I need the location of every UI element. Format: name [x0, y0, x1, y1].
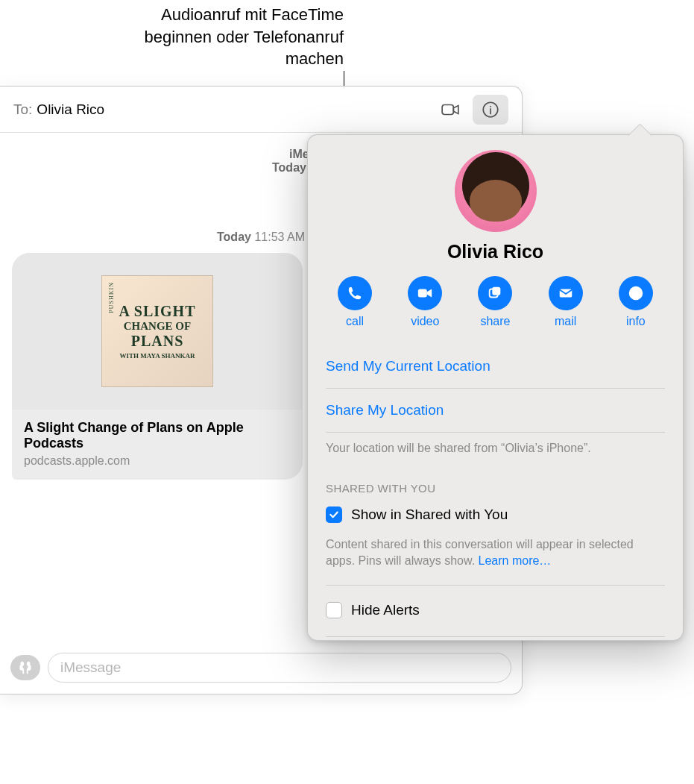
- shared-with-you-header: SHARED WITH YOU: [308, 471, 683, 501]
- podcast-domain: podcasts.apple.com: [24, 454, 291, 468]
- svg-rect-3: [418, 289, 427, 298]
- mail-button[interactable]: mail: [540, 276, 592, 328]
- podcast-cover-publisher: PUSHKIN: [108, 282, 115, 313]
- contact-actions: call video share mail info: [308, 276, 683, 345]
- stamp2-time: 11:53 AM: [254, 231, 305, 243]
- podcast-artwork: PUSHKIN A SLIGHT CHANGE OF PLANS WITH MA…: [12, 253, 303, 410]
- podcast-link-card[interactable]: PUSHKIN A SLIGHT CHANGE OF PLANS WITH MA…: [12, 253, 303, 480]
- location-hint: Your location will be shared from “Olivi…: [326, 433, 665, 471]
- mail-icon: [549, 276, 583, 310]
- facetime-video-button[interactable]: [432, 95, 468, 125]
- checkbox-checked-icon: [326, 507, 342, 523]
- checkbox-empty-icon: [326, 602, 342, 618]
- contact-name: Olivia Rico: [308, 241, 683, 263]
- call-label: call: [346, 315, 364, 328]
- share-icon: [478, 276, 512, 310]
- video-icon: [408, 276, 442, 310]
- svg-rect-0: [442, 104, 453, 114]
- contact-avatar[interactable]: [455, 150, 537, 232]
- show-in-shared-checkbox-row[interactable]: Show in Shared with You: [308, 501, 683, 530]
- hide-alerts-label: Hide Alerts: [351, 602, 420, 618]
- show-in-shared-label: Show in Shared with You: [351, 507, 508, 523]
- svg-point-8: [634, 289, 638, 294]
- call-button[interactable]: call: [329, 276, 381, 328]
- svg-rect-5: [493, 287, 501, 295]
- to-label: To:: [13, 101, 32, 118]
- contact-info-button[interactable]: info: [610, 276, 662, 328]
- stamp2-day: Today: [217, 231, 251, 243]
- podcast-cover-line1: A SLIGHT: [119, 303, 195, 320]
- divider: [326, 636, 665, 637]
- send-current-location-link[interactable]: Send My Current Location: [326, 345, 665, 389]
- info-label: info: [626, 315, 646, 328]
- phone-icon: [338, 276, 372, 310]
- info-button[interactable]: [473, 95, 508, 125]
- podcast-title: A Slight Change of Plans on Apple Podcas…: [24, 420, 291, 451]
- share-my-location-link[interactable]: Share My Location: [326, 389, 665, 433]
- compose-bar: iMessage: [0, 642, 522, 694]
- to-recipient[interactable]: Olivia Rico: [37, 101, 104, 118]
- person-icon: [619, 276, 653, 310]
- titlebar: To: Olivia Rico: [0, 87, 522, 133]
- learn-more-link[interactable]: Learn more…: [479, 554, 552, 567]
- share-label: share: [480, 315, 510, 328]
- shared-with-you-description: Content shared in this conversation will…: [308, 530, 683, 585]
- hide-alerts-checkbox-row[interactable]: Hide Alerts: [308, 586, 683, 636]
- details-popover: Olivia Rico call video share mail: [307, 134, 684, 641]
- message-placeholder: iMessage: [60, 659, 121, 676]
- message-input[interactable]: iMessage: [48, 653, 511, 683]
- apps-button[interactable]: [10, 655, 40, 680]
- callout-text: Audioanruf mit FaceTime beginnen oder Te…: [90, 4, 344, 70]
- podcast-cover-line3: PLANS: [131, 333, 184, 350]
- podcast-cover-with: WITH MAYA SHANKAR: [120, 352, 195, 360]
- stamp1-day: Today: [272, 161, 306, 174]
- share-button[interactable]: share: [469, 276, 521, 328]
- mail-label: mail: [555, 315, 576, 328]
- video-button[interactable]: video: [399, 276, 451, 328]
- podcast-cover-line2: CHANGE OF: [124, 320, 191, 333]
- svg-point-2: [490, 105, 491, 107]
- video-label: video: [411, 315, 439, 328]
